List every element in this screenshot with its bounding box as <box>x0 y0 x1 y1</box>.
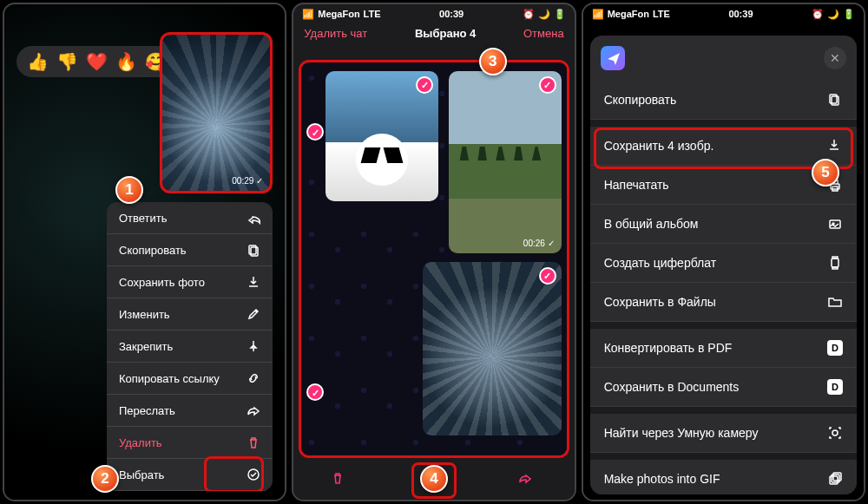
toolbar-forward-icon[interactable] <box>518 471 537 490</box>
share-copy[interactable]: Скопировать <box>590 81 857 120</box>
step-badge-1: 1 <box>115 176 143 204</box>
image-duration: 00:29✓ <box>232 176 263 186</box>
step-badge-5: 5 <box>812 159 839 187</box>
selection-title: Выбрано 4 <box>415 27 476 40</box>
react-heart[interactable]: ❤️ <box>86 51 108 72</box>
menu-delete[interactable]: Удалить <box>107 427 273 459</box>
selected-message-image[interactable]: 00:29✓ <box>160 32 273 193</box>
app-icon <box>601 46 625 70</box>
share-album[interactable]: В общий альбом <box>590 205 857 244</box>
status-time: 00:39 <box>439 9 464 19</box>
menu-edit[interactable]: Изменить <box>107 298 273 331</box>
panel-3-share-sheet: 📶MegaFonLTE 00:39 ⏰🌙🔋 ✕ Скопировать Сохр… <box>582 3 865 501</box>
check-icon <box>539 267 556 285</box>
image-duration: 00:26 ✓ <box>523 239 555 248</box>
scan-icon <box>827 425 843 441</box>
step-badge-3: 3 <box>479 48 507 75</box>
menu-forward[interactable]: Переслать <box>107 395 273 427</box>
pin-icon <box>247 339 260 353</box>
check-icon <box>539 76 556 94</box>
share-pdf[interactable]: Конвертировать в PDFD <box>590 329 857 368</box>
step-badge-2: 2 <box>91 465 119 493</box>
panel-1-context-menu: 👍 👎 ❤️ 🔥 🥰 👏 😀 ⌄ 00:29✓ Ответить Скопиро… <box>3 3 286 501</box>
toolbar-delete-icon[interactable] <box>331 471 350 490</box>
selected-images-area: 00:26 ✓ <box>299 60 569 458</box>
download-icon <box>827 138 843 154</box>
close-icon[interactable]: ✕ <box>824 47 846 69</box>
share-gif[interactable]: Make photos into GIF <box>590 460 857 494</box>
cancel-button[interactable]: Отмена <box>523 27 564 40</box>
react-thumbs-down[interactable]: 👎 <box>56 51 78 72</box>
panel-2-selection: 📶MegaFonLTE 00:39 ⏰🌙🔋 Удалить чат Выбран… <box>292 3 575 501</box>
app-badge-d: D <box>827 340 843 356</box>
share-smart-camera[interactable]: Найти через Умную камеру <box>590 414 857 453</box>
selection-check-2[interactable] <box>306 383 324 401</box>
menu-save-photo[interactable]: Сохранить фото <box>107 266 273 298</box>
selected-image-1[interactable] <box>326 71 438 201</box>
selection-check-1[interactable] <box>306 123 324 141</box>
share-files[interactable]: Сохранить в Файлы <box>590 283 857 322</box>
app-badge-d: D <box>827 379 843 395</box>
copy-icon <box>827 92 843 108</box>
menu-copy[interactable]: Скопировать <box>107 234 273 266</box>
react-fire[interactable]: 🔥 <box>115 51 137 72</box>
album-icon <box>827 216 843 232</box>
status-bar: 📶MegaFonLTE 00:39 ⏰🌙🔋 <box>293 4 574 22</box>
selection-header: Удалить чат Выбрано 4 Отмена <box>293 22 574 45</box>
menu-select[interactable]: Выбрать <box>107 459 273 491</box>
menu-pin[interactable]: Закрепить <box>107 331 273 363</box>
delete-chat-button[interactable]: Удалить чат <box>304 27 367 40</box>
stack-icon <box>827 471 843 487</box>
share-actions-list: Скопировать Сохранить 4 изобр. Напечатат… <box>590 81 857 494</box>
check-icon <box>416 76 433 94</box>
status-bar: 📶MegaFonLTE 00:39 ⏰🌙🔋 <box>583 4 864 22</box>
link-icon <box>247 371 260 385</box>
share-watchface[interactable]: Создать циферблат <box>590 244 857 283</box>
reply-icon <box>247 211 260 225</box>
watch-icon <box>827 255 843 271</box>
edit-icon <box>247 307 260 321</box>
react-thumbs-up[interactable]: 👍 <box>27 51 49 72</box>
context-menu: Ответить Скопировать Сохранить фото Изме… <box>107 202 273 491</box>
trash-icon <box>247 435 260 449</box>
download-icon <box>247 275 260 289</box>
folder-icon <box>827 294 843 310</box>
selected-image-3[interactable] <box>423 262 562 435</box>
copy-icon <box>247 243 260 257</box>
selected-image-2[interactable]: 00:26 ✓ <box>449 71 562 253</box>
forward-icon <box>247 403 260 417</box>
menu-copy-link[interactable]: Копировать ссылку <box>107 363 273 395</box>
share-documents[interactable]: Сохранить в DocumentsD <box>590 368 857 407</box>
select-icon <box>247 468 260 481</box>
share-save-images[interactable]: Сохранить 4 изобр. <box>590 127 857 166</box>
step-badge-4: 4 <box>420 465 448 493</box>
menu-reply[interactable]: Ответить <box>107 202 273 234</box>
share-sheet: ✕ Скопировать Сохранить 4 изобр. Напечат… <box>590 36 857 494</box>
status-time: 00:39 <box>728 9 753 19</box>
